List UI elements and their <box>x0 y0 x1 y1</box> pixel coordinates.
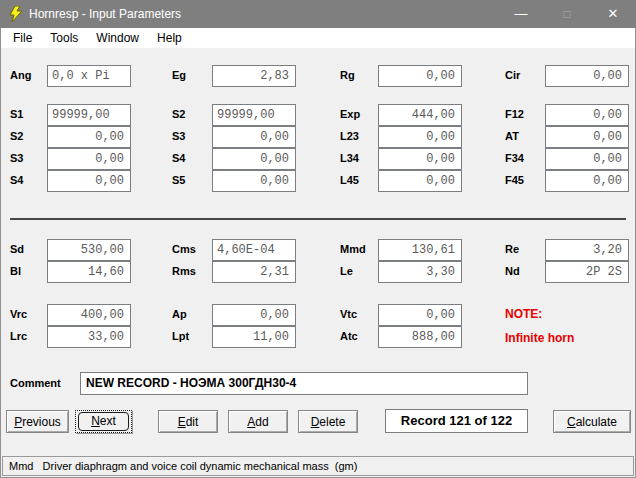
sd-field[interactable]: 530,00 <box>47 239 131 261</box>
s4-field[interactable]: 0,00 <box>47 170 131 192</box>
exp-field[interactable]: 444,00 <box>378 104 462 126</box>
rg-field[interactable]: 0,00 <box>378 65 462 87</box>
s2-label: S2 <box>10 130 23 142</box>
s4col2-field[interactable]: 0,00 <box>212 148 296 170</box>
note-title: NOTE: <box>505 307 542 321</box>
bl-field[interactable]: 14,60 <box>47 261 131 283</box>
eg-label: Eg <box>172 69 186 81</box>
close-icon[interactable]: ✕ <box>590 0 636 28</box>
window-title: Hornresp - Input Parameters <box>29 7 181 21</box>
calculate-accel: C <box>567 415 576 429</box>
vrc-field[interactable]: 400,00 <box>47 304 131 326</box>
s4-label: S4 <box>10 174 23 186</box>
s5-label: S5 <box>172 174 185 186</box>
previous-rest: revious <box>22 415 61 429</box>
note-text: Infinite horn <box>505 331 574 345</box>
lrc-label: Lrc <box>10 330 27 342</box>
ap-field[interactable]: 0,00 <box>212 304 296 326</box>
l45-field[interactable]: 0,00 <box>378 170 462 192</box>
l34-field[interactable]: 0,00 <box>378 148 462 170</box>
cir-label: Cir <box>505 69 520 81</box>
re-label: Re <box>505 243 519 255</box>
lpt-label: Lpt <box>172 330 189 342</box>
mmd-field[interactable]: 130,61 <box>378 239 462 261</box>
menu-window[interactable]: Window <box>87 28 148 48</box>
l45-label: L45 <box>340 174 359 186</box>
ang-field[interactable]: 0,0 x Pi <box>47 65 131 87</box>
maximize-icon: □ <box>544 0 590 28</box>
at-field[interactable]: 0,00 <box>545 126 629 148</box>
vrc-label: Vrc <box>10 308 27 320</box>
vtc-field[interactable]: 0,00 <box>378 304 462 326</box>
s2col2-field[interactable]: 99999,00 <box>212 104 296 126</box>
calculate-rest: alculate <box>576 415 617 429</box>
atc-field[interactable]: 888,00 <box>378 326 462 348</box>
record-indicator: Record 121 of 122 <box>385 409 528 433</box>
cms-field[interactable]: 4,60E-04 <box>212 239 296 261</box>
f45-label: F45 <box>505 174 524 186</box>
next-button-inner: Next <box>78 412 129 431</box>
s2col2-label: S2 <box>172 108 185 120</box>
rg-label: Rg <box>340 69 355 81</box>
s3col2-field[interactable]: 0,00 <box>212 126 296 148</box>
menu-file[interactable]: File <box>4 28 41 48</box>
re-field[interactable]: 3,20 <box>545 239 629 261</box>
l23-field[interactable]: 0,00 <box>378 126 462 148</box>
le-label: Le <box>340 265 353 277</box>
cms-label: Cms <box>172 243 196 255</box>
vtc-label: Vtc <box>340 308 357 320</box>
menu-help[interactable]: Help <box>148 28 191 48</box>
s5-field[interactable]: 0,00 <box>212 170 296 192</box>
sd-label: Sd <box>10 243 24 255</box>
s3-label: S3 <box>10 152 23 164</box>
section-separator <box>10 218 626 220</box>
ap-label: Ap <box>172 308 187 320</box>
l23-label: L23 <box>340 130 359 142</box>
status-bar: Mmd Driver diaphragm and voice coil dyna… <box>2 456 634 476</box>
calculate-button[interactable]: Calculate <box>553 410 631 433</box>
exp-label: Exp <box>340 108 360 120</box>
at-label: AT <box>505 130 519 142</box>
s1-label: S1 <box>10 108 23 120</box>
previous-button[interactable]: Previous <box>6 410 69 433</box>
menu-tools[interactable]: Tools <box>41 28 87 48</box>
ang-label: Ang <box>10 69 31 81</box>
next-button[interactable]: Next <box>75 410 132 433</box>
s2-field[interactable]: 0,00 <box>47 126 131 148</box>
atc-label: Atc <box>340 330 358 342</box>
edit-button[interactable]: Edit <box>158 410 218 433</box>
menu-bar: File Tools Window Help <box>1 28 635 48</box>
f34-field[interactable]: 0,00 <box>545 148 629 170</box>
le-field[interactable]: 3,30 <box>378 261 462 283</box>
add-rest: dd <box>255 415 268 429</box>
lrc-field[interactable]: 33,00 <box>47 326 131 348</box>
mmd-label: Mmd <box>340 243 366 255</box>
add-button[interactable]: Add <box>228 410 288 433</box>
next-accel: N <box>91 414 100 428</box>
hornresp-app-icon <box>9 6 23 22</box>
nd-label: Nd <box>505 265 520 277</box>
nd-field[interactable]: 2P 2S <box>545 261 629 283</box>
comment-label: Comment <box>10 377 61 389</box>
f45-field[interactable]: 0,00 <box>545 170 629 192</box>
s3col2-label: S3 <box>172 130 185 142</box>
comment-field[interactable]: NEW RECORD - НОЭМА 300ГДН30-4 <box>80 372 528 395</box>
f12-label: F12 <box>505 108 524 120</box>
rms-field[interactable]: 2,31 <box>212 261 296 283</box>
f34-label: F34 <box>505 152 524 164</box>
edit-rest: dit <box>186 415 199 429</box>
f12-field[interactable]: 0,00 <box>545 104 629 126</box>
s1-field[interactable]: 99999,00 <box>47 104 131 126</box>
s3-field[interactable]: 0,00 <box>47 148 131 170</box>
title-bar: Hornresp - Input Parameters — □ ✕ <box>0 0 636 28</box>
bl-label: Bl <box>10 265 21 277</box>
cir-field[interactable]: 0,00 <box>545 65 629 87</box>
delete-accel: D <box>311 415 320 429</box>
eg-field[interactable]: 2,83 <box>212 65 296 87</box>
lpt-field[interactable]: 11,00 <box>212 326 296 348</box>
rms-label: Rms <box>172 265 196 277</box>
delete-button[interactable]: Delete <box>298 410 358 433</box>
minimize-icon[interactable]: — <box>498 0 544 28</box>
s4col2-label: S4 <box>172 152 185 164</box>
l34-label: L34 <box>340 152 359 164</box>
